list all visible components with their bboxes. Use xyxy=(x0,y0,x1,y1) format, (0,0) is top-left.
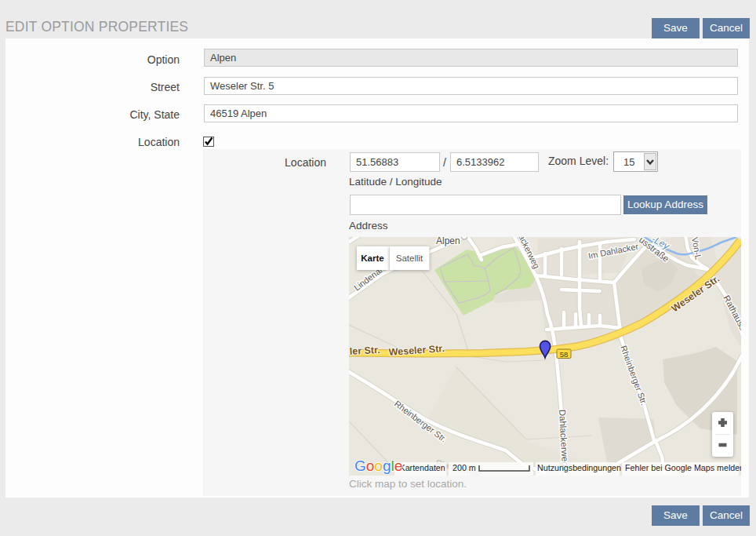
svg-text:58: 58 xyxy=(560,350,569,359)
svg-text:Karte: Karte xyxy=(361,253,383,263)
svg-text:200 m: 200 m xyxy=(453,463,476,472)
svg-text:Fehler bei Google Maps melden: Fehler bei Google Maps melden xyxy=(625,463,741,472)
svg-text:Google: Google xyxy=(354,458,402,474)
svg-text:Nutzungsbedingungen: Nutzungsbedingungen xyxy=(537,463,621,472)
svg-text:ler Str.: ler Str. xyxy=(349,345,380,357)
svg-text:Alpen: Alpen xyxy=(436,237,460,246)
svg-text:Kartendaten: Kartendaten xyxy=(400,463,445,472)
svg-text:Satellit: Satellit xyxy=(396,253,423,263)
